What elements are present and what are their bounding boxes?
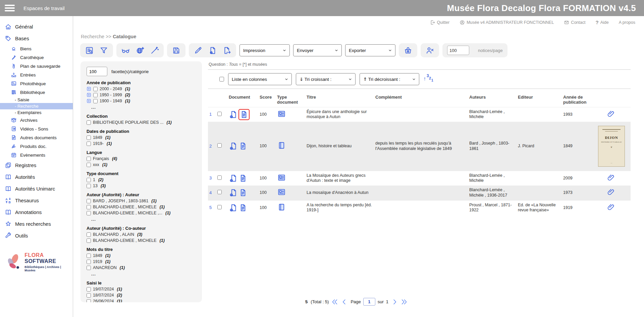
paperclip-icon[interactable] bbox=[607, 110, 615, 118]
user-account-link[interactable]: Musée v4 ADMINISTRATEUR FONCTIONNEL bbox=[460, 20, 554, 25]
notices-per-page-input[interactable] bbox=[447, 46, 469, 55]
sidebar-item-autorites-unimarc[interactable]: Autorités Unimarc bbox=[0, 183, 73, 195]
facet-checkbox[interactable] bbox=[87, 211, 91, 215]
sidebar-item-thesaurus[interactable]: ABThesaurus bbox=[0, 195, 73, 206]
sidebar-item-biens[interactable]: Biens bbox=[0, 44, 73, 53]
sidebar-item-phototheque[interactable]: Photothèque bbox=[0, 79, 73, 88]
row-number-link[interactable]: 5 bbox=[208, 204, 217, 212]
exporter-select[interactable]: Exporter bbox=[345, 44, 395, 56]
last-page-button[interactable] bbox=[400, 298, 408, 306]
sidebar-item-carotheque[interactable]: Carothèque bbox=[0, 53, 73, 62]
facet-checkbox[interactable] bbox=[93, 93, 98, 97]
sidebar-item-entrees[interactable]: Entrées bbox=[0, 70, 73, 79]
sidebar-item-autorites[interactable]: Autorités bbox=[0, 171, 73, 183]
aide-link[interactable]: ? Aide bbox=[595, 19, 608, 25]
row-number-link[interactable]: 3 bbox=[208, 174, 217, 182]
facet-checkbox[interactable] bbox=[87, 260, 91, 264]
save-button[interactable] bbox=[172, 46, 181, 55]
apropos-link[interactable]: A propos bbox=[619, 20, 635, 25]
impression-select[interactable]: Impression bbox=[239, 44, 290, 56]
page-view-button[interactable] bbox=[238, 188, 248, 197]
facet-more-link[interactable]: ... bbox=[91, 271, 197, 276]
sidebar-item-recherche[interactable]: - Recherche bbox=[0, 103, 73, 109]
page-view-button[interactable] bbox=[238, 142, 248, 151]
facet-checkbox[interactable] bbox=[87, 205, 91, 209]
sidebar-item-bibliotheque[interactable]: Bibliothèque bbox=[0, 88, 73, 97]
page-copy-button[interactable] bbox=[229, 203, 238, 212]
facet-checkbox[interactable] bbox=[87, 299, 91, 303]
sidebar-item-evenements[interactable]: Evènements bbox=[0, 151, 73, 159]
page-view-button[interactable] bbox=[238, 109, 250, 120]
page-view-button[interactable] bbox=[238, 203, 248, 212]
sidebar-item-autres-documents[interactable]: Autres documents bbox=[0, 133, 73, 142]
row-checkbox[interactable] bbox=[217, 143, 222, 148]
facet-checkbox[interactable] bbox=[87, 287, 91, 292]
facet-checkbox[interactable] bbox=[87, 136, 91, 140]
previous-page-button[interactable] bbox=[341, 298, 348, 306]
sidebar-item-mes-recherches[interactable]: Mes recherches bbox=[0, 218, 73, 230]
pencil-button[interactable] bbox=[194, 46, 203, 55]
facet-checkbox[interactable] bbox=[87, 184, 91, 188]
facet-checkbox[interactable] bbox=[87, 199, 91, 203]
view-mode-select[interactable]: Liste en colonnes bbox=[228, 73, 292, 85]
sidebar-item-registres[interactable]: Registres bbox=[0, 159, 73, 171]
page-copy-button[interactable] bbox=[229, 174, 238, 183]
glasses-button[interactable] bbox=[121, 46, 130, 55]
page-input[interactable] bbox=[363, 298, 375, 306]
breadcrumb-section[interactable]: Recherche >> bbox=[81, 34, 111, 39]
quitter-link[interactable]: Quitter bbox=[430, 20, 450, 25]
row-checkbox[interactable] bbox=[217, 112, 222, 116]
row-checkbox[interactable] bbox=[217, 190, 222, 194]
facet-checkbox[interactable] bbox=[87, 254, 91, 258]
sidebar-item-general[interactable]: Général bbox=[0, 21, 73, 33]
sidebar-item-outils[interactable]: Outils bbox=[0, 230, 73, 242]
select-all-checkbox[interactable] bbox=[219, 77, 224, 82]
row-checkbox[interactable] bbox=[217, 175, 222, 180]
expand-plus-icon[interactable] bbox=[87, 93, 91, 97]
workspaces-link[interactable]: Espaces de travail bbox=[23, 5, 65, 11]
funnel-button[interactable] bbox=[99, 46, 108, 55]
person-x-button[interactable] bbox=[425, 46, 434, 55]
page-copy-button[interactable] bbox=[229, 188, 238, 197]
basket-button[interactable] bbox=[404, 46, 413, 55]
facet-checkbox[interactable] bbox=[87, 157, 91, 161]
menu-icon[interactable] bbox=[3, 3, 16, 13]
cover-thumbnail[interactable]: DIJONHISTOIRE ET TABLEAU❦— bbox=[598, 126, 625, 167]
page-view-button[interactable] bbox=[238, 174, 248, 183]
row-checkbox[interactable] bbox=[217, 205, 222, 209]
expand-plus-icon[interactable] bbox=[87, 87, 91, 91]
expand-plus-icon[interactable] bbox=[87, 99, 91, 103]
form-search-button[interactable] bbox=[85, 46, 94, 55]
contact-link[interactable]: Contact bbox=[564, 20, 585, 25]
sidebar-item-produits-doc[interactable]: Produits doc. bbox=[0, 142, 73, 151]
facet-count-input[interactable] bbox=[87, 67, 107, 76]
facet-checkbox[interactable] bbox=[87, 293, 91, 298]
facet-more-link[interactable]: ... bbox=[91, 217, 197, 222]
sidebar-item-bases[interactable]: Bases bbox=[0, 33, 73, 44]
sidebar-item-exemplaires[interactable]: - Exemplaires bbox=[0, 109, 73, 116]
sidebar-item-annotations[interactable]: Annotations bbox=[0, 206, 73, 218]
next-page-button[interactable] bbox=[391, 298, 398, 306]
facet-checkbox[interactable] bbox=[87, 239, 91, 243]
sort-ascending-select[interactable]: ⇓ Tri croissant : bbox=[296, 73, 356, 85]
page-copy-button[interactable] bbox=[229, 142, 238, 151]
page-copy-button[interactable] bbox=[229, 110, 238, 119]
facet-checkbox[interactable] bbox=[87, 266, 91, 270]
paperclip-icon[interactable] bbox=[607, 203, 615, 211]
envoyer-select[interactable]: Envoyer bbox=[293, 44, 342, 56]
facet-checkbox[interactable] bbox=[87, 232, 91, 237]
page-export-button[interactable] bbox=[222, 46, 231, 55]
row-number-link[interactable]: 4 bbox=[208, 189, 217, 197]
globe-magic-button[interactable] bbox=[136, 46, 145, 55]
facet-checkbox[interactable] bbox=[93, 87, 98, 91]
facet-checkbox[interactable] bbox=[93, 99, 98, 103]
sort-descending-select[interactable]: ⇑ Tri décroissant : bbox=[360, 73, 419, 85]
paperclip-icon[interactable] bbox=[607, 173, 615, 182]
row-number-link[interactable]: 2 bbox=[208, 142, 217, 150]
sidebar-item-videos-sons[interactable]: Vidéos - Sons bbox=[0, 124, 73, 133]
sidebar-item-archives[interactable]: Archives bbox=[0, 116, 73, 124]
page-lock-button[interactable] bbox=[208, 46, 217, 55]
facet-checkbox[interactable] bbox=[87, 120, 91, 125]
first-page-button[interactable] bbox=[331, 298, 338, 306]
magic-wand-button[interactable] bbox=[150, 46, 159, 55]
